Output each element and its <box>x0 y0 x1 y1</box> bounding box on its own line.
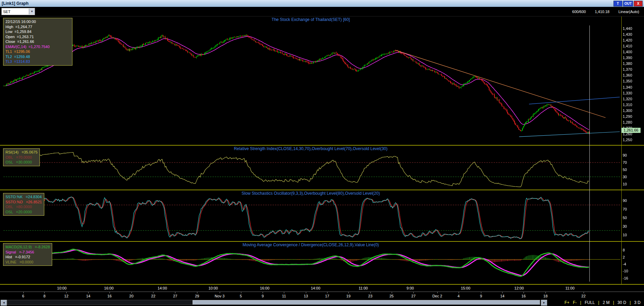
time-axis-label: 14:00 <box>311 286 320 290</box>
date-tick-mark <box>502 292 503 293</box>
button-3d[interactable]: 3 D <box>634 300 641 305</box>
date-axis-label: 4 <box>458 294 460 298</box>
scrollbar-track[interactable] <box>7 300 540 305</box>
button-fminus[interactable]: F- <box>573 300 577 305</box>
date-axis-label: 11 <box>282 294 286 298</box>
legend-macd-hist: Hist =-0.9172 <box>5 254 50 260</box>
date-axis-label: 27 <box>173 294 177 298</box>
symbol-value: SET <box>2 10 29 14</box>
button-separator: | <box>613 300 614 305</box>
date-axis-label: 23 <box>368 294 372 298</box>
macd-legend: MACD(26,12,9) =-8.2628 Signal =-7.3456 H… <box>3 243 52 266</box>
main-chart-panel: The Stock Exchange of Thailand(SET) [60]… <box>0 16 644 146</box>
legend-tl1: TL1 =1295.06 <box>5 49 70 54</box>
date-tick-mark <box>23 292 24 293</box>
macd-chart-canvas[interactable] <box>0 242 644 284</box>
date-tick-mark <box>370 292 371 293</box>
bottom-bar: ◄ ► F+F-|FULL|2 M|30 D|3 D <box>0 299 644 306</box>
legend-rsi-osl: OSL =30.0000 <box>5 160 37 165</box>
scroll-left-icon[interactable]: ◄ <box>1 300 7 306</box>
date-axis-label: 27 <box>411 294 415 298</box>
date-axis-label: 16 <box>521 294 526 298</box>
button-2m[interactable]: 2 M <box>603 300 610 305</box>
toolbar: SET ▼ 600/600 1,410.18 Linear(Auto) <box>0 7 644 16</box>
button-30d[interactable]: 30 D <box>618 300 626 305</box>
date-tick-mark <box>241 292 241 293</box>
time-axis-label: 9:00 <box>406 286 414 290</box>
date-tick-mark <box>220 292 220 293</box>
date-tick-mark <box>584 292 584 293</box>
chevron-down-icon[interactable]: ▼ <box>29 9 35 14</box>
time-axis-label: 15:00 <box>461 286 471 290</box>
last-price-tag: 1,261.66 <box>621 128 641 133</box>
date-tick-mark <box>153 292 153 293</box>
scrollbar-thumb[interactable] <box>193 300 540 305</box>
window-buttons: T OUT X <box>613 1 644 7</box>
date-axis-label: 22 <box>582 294 586 298</box>
current-bar-cursor-line <box>589 25 590 282</box>
app-window: [Link1] Graph T OUT X SET ▼ 600/600 1,41… <box>0 0 644 306</box>
price-chart-canvas[interactable] <box>0 16 644 145</box>
date-axis-label: 9 <box>480 294 482 298</box>
rsi-panel: Relative Strength Index(CLOSE,14,30,70),… <box>0 146 644 190</box>
date-axis-label: 16 <box>107 294 112 298</box>
stochastics-chart-canvas[interactable] <box>0 190 644 241</box>
scroll-right-icon[interactable]: ► <box>541 300 547 306</box>
date-axis-label: 29 <box>195 294 199 298</box>
stochastics-legend: SSTO.%K =24.8304 SSTO.%D =26.8521 OBL =8… <box>3 193 44 216</box>
legend-rsi-value: RSI(14) =35.0675 <box>5 150 37 155</box>
legend-ssto-obl: OBL =80.0000 <box>5 204 42 209</box>
toolbar-status: 600/600 1,410.18 Linear(Auto) <box>572 10 644 14</box>
time-axis-label: 10:00 <box>57 286 67 290</box>
last-value: 1,410.18 <box>595 10 610 14</box>
rsi-legend: RSI(14) =35.0675 OBL =70.0000 OSL =30.00… <box>3 148 40 166</box>
window-button-t[interactable]: T <box>613 1 622 7</box>
window-button-out[interactable]: OUT <box>623 1 633 7</box>
axis-separator-line <box>621 16 622 285</box>
date-tick-mark <box>437 292 438 293</box>
time-axis-label: 16:00 <box>104 286 114 290</box>
time-axis-label: 11:00 <box>359 286 368 290</box>
symbol-select[interactable]: SET ▼ <box>1 8 35 15</box>
legend-tl3: TL3 =1314.83 <box>5 59 70 64</box>
button-separator: | <box>630 300 631 305</box>
legend-tl2: TL2 =1259.48 <box>5 54 70 59</box>
time-axis-row: 10:0016:0014:0010:0016:0014:0011:009:001… <box>0 285 644 292</box>
date-tick-mark <box>263 292 263 293</box>
date-axis-label: 20 <box>129 294 134 298</box>
date-axis-label: 17 <box>325 294 329 298</box>
date-tick-mark <box>44 292 45 293</box>
close-button[interactable]: X <box>634 1 643 7</box>
date-tick-mark <box>459 292 459 293</box>
date-axis-label: Dec 2 <box>432 294 442 298</box>
legend-macd-vline: VLINE =0.0000 <box>5 260 50 265</box>
time-axis-label: 14:00 <box>158 286 167 290</box>
date-axis-label: Nov 3 <box>215 294 225 298</box>
date-axis-label: 18 <box>543 294 548 298</box>
legend-macd-signal: Signal =-7.3456 <box>5 250 50 255</box>
date-tick-mark <box>545 292 546 293</box>
date-axis-label: 8 <box>43 294 45 298</box>
time-axis-label: 12:00 <box>514 286 524 290</box>
title-bar: [Link1] Graph T OUT X <box>0 0 644 7</box>
date-tick-mark <box>197 292 197 293</box>
button-f[interactable]: F+ <box>564 300 569 305</box>
window-title: [Link1] Graph <box>0 1 28 6</box>
legend-high: High =1,264.77 <box>5 24 70 30</box>
date-axis-label: 14 <box>500 294 504 298</box>
date-tick-mark <box>175 292 175 293</box>
main-chart-legend: 22/12/15 16:00:00 High =1,264.77 Low =1,… <box>3 18 72 66</box>
date-axis-label: 9 <box>262 294 264 298</box>
stochastics-panel: Slow Stochastics Oscillator(9,3,3),Overb… <box>0 190 644 242</box>
date-tick-mark <box>524 292 524 293</box>
timeframe-buttons: F+F-|FULL|2 M|30 D|3 D <box>564 299 641 306</box>
rsi-chart-canvas[interactable] <box>0 146 644 190</box>
date-tick-mark <box>327 292 327 293</box>
button-separator: | <box>580 300 581 305</box>
button-full[interactable]: FULL <box>585 300 595 305</box>
date-tick-mark <box>348 292 349 293</box>
legend-ssto-d: SSTO.%D =26.8521 <box>5 200 42 205</box>
date-tick-mark <box>413 292 414 293</box>
date-axis-label: 6 <box>22 294 24 298</box>
date-axis-label: 22 <box>151 294 155 298</box>
